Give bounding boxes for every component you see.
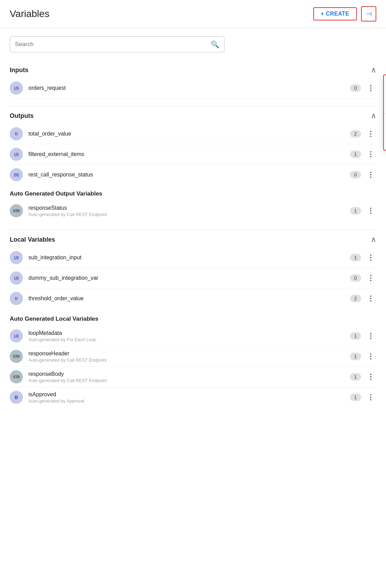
dot	[370, 172, 371, 173]
table-row: D total_order_value 2	[10, 124, 376, 144]
menu-item-duplicate[interactable]: Duplicate	[384, 115, 386, 132]
var-sub: Auto-generated by Approval	[28, 398, 350, 404]
dot	[370, 208, 371, 209]
var-menu-button[interactable]	[365, 331, 376, 341]
var-name: filtered_external_items	[28, 151, 84, 157]
dot	[370, 90, 371, 91]
table-row: STR responseHeader Auto-generated by Cal…	[10, 346, 376, 367]
badge-json: {J}	[10, 148, 23, 161]
var-name: sub_integration_input	[28, 254, 81, 260]
table-row: {J} loopMetadata Auto-generated by For E…	[10, 326, 376, 346]
dot	[370, 151, 371, 153]
search-box: 🔍	[10, 36, 225, 52]
badge-json: {J}	[10, 251, 23, 264]
var-name: responseHeader	[28, 351, 69, 356]
inputs-section-title: Inputs	[10, 67, 28, 74]
var-info: dummy_sub_integration_var	[28, 275, 350, 281]
var-menu-button[interactable]	[365, 129, 376, 139]
var-info: total_order_value	[28, 131, 350, 137]
local-collapse-icon[interactable]: ∧	[371, 235, 376, 244]
page-title: Variables	[10, 8, 50, 19]
dot	[370, 257, 371, 258]
dot	[370, 87, 371, 89]
var-menu-button[interactable]	[365, 351, 376, 362]
badge-s: [S]	[10, 168, 23, 181]
var-info: rest_call_response_status	[28, 172, 350, 178]
dot	[370, 379, 371, 380]
search-input[interactable]	[15, 41, 211, 48]
local-section-header: Local Variables ∧	[10, 230, 376, 248]
var-menu-button[interactable]	[365, 170, 376, 180]
menu-item-learn-more[interactable]: Learn more ↗	[384, 132, 386, 147]
table-row: STR responseBody Auto-generated by Call …	[10, 367, 376, 387]
dot	[370, 254, 371, 256]
dot	[370, 353, 371, 355]
collapse-panel-button[interactable]: ⊣	[361, 6, 376, 21]
dot	[370, 174, 371, 175]
dot	[370, 133, 371, 135]
dot	[370, 374, 371, 375]
var-count: 0	[350, 274, 361, 282]
var-info: sub_integration_input	[28, 254, 350, 261]
var-count: 2	[350, 130, 361, 138]
dot	[370, 295, 371, 297]
var-info: responseHeader Auto-generated by Call RE…	[28, 351, 350, 363]
var-name: responseStatus	[28, 205, 67, 211]
auto-output-section: Auto Generated Output Variables STR resp…	[0, 185, 386, 221]
dot	[370, 213, 371, 214]
search-icon: 🔍	[211, 40, 219, 49]
dot	[370, 156, 371, 157]
var-info: loopMetadata Auto-generated by For Each …	[28, 330, 350, 342]
var-name: responseBody	[28, 371, 64, 377]
var-name: isApproved	[28, 391, 56, 397]
table-row: {J} orders_request 0	[10, 78, 376, 98]
var-menu-button[interactable]	[365, 372, 376, 382]
badge-json: {J}	[10, 81, 23, 95]
dot	[370, 275, 371, 276]
badge-str: STR	[10, 350, 23, 363]
var-menu-button[interactable]	[365, 83, 376, 93]
var-name: dummy_sub_integration_var	[28, 275, 98, 281]
var-menu-button[interactable]	[365, 149, 376, 159]
var-count: 1	[350, 332, 361, 340]
inputs-collapse-icon[interactable]: ∧	[371, 66, 376, 75]
menu-item-view-details[interactable]: View details	[384, 78, 386, 95]
inputs-section: Inputs ∧ {J} orders_request 0	[0, 57, 386, 98]
badge-d: D	[10, 292, 23, 305]
table-row: STR responseStatus Auto-generated by Cal…	[10, 201, 376, 221]
outputs-collapse-icon[interactable]: ∧	[371, 111, 376, 120]
var-info: filtered_external_items	[28, 151, 350, 157]
dot	[370, 376, 371, 378]
var-menu-button[interactable]	[365, 273, 376, 283]
var-name: loopMetadata	[28, 330, 62, 336]
dot	[370, 335, 371, 337]
var-count: 1	[350, 373, 361, 381]
var-count: 1	[350, 207, 361, 215]
create-button[interactable]: + CREATE	[313, 7, 357, 20]
dot	[370, 356, 371, 357]
dot	[370, 358, 371, 360]
table-row: D threshold_order_value 2	[10, 288, 376, 309]
dot	[370, 397, 371, 398]
menu-item-delete[interactable]: Delete	[384, 95, 386, 112]
var-info: threshold_order_value	[28, 295, 350, 302]
badge-b: B	[10, 391, 23, 404]
dot	[370, 154, 371, 155]
var-menu-button[interactable]	[365, 392, 376, 403]
var-info: responseStatus Auto-generated by Call RE…	[28, 205, 350, 217]
var-menu-button[interactable]	[365, 293, 376, 304]
outputs-section-header: Outputs ∧	[10, 106, 376, 124]
dot	[370, 136, 371, 137]
inputs-section-header: Inputs ∧	[10, 61, 376, 78]
dot	[370, 277, 371, 279]
dot	[370, 338, 371, 339]
var-menu-button[interactable]	[365, 206, 376, 216]
var-menu-button[interactable]	[365, 252, 376, 263]
local-variables-section: Local Variables ∧ {J} sub_integration_in…	[0, 221, 386, 309]
dot	[370, 300, 371, 302]
local-section-title: Local Variables	[10, 236, 55, 243]
dot	[370, 394, 371, 396]
dot	[370, 259, 371, 261]
dot	[370, 176, 371, 178]
badge-json: {J}	[10, 271, 23, 285]
